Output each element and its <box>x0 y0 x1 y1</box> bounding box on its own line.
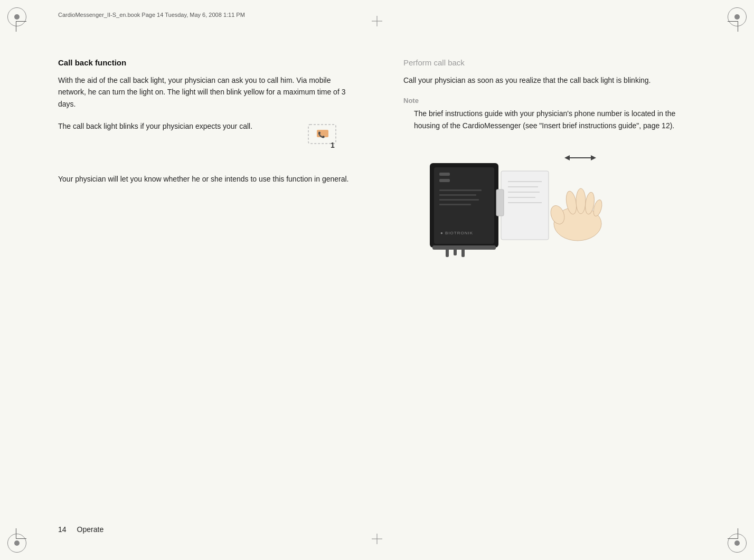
left-column: Call back function With the aid of the c… <box>58 58 361 502</box>
corner-mark-br <box>722 528 738 544</box>
svg-rect-10 <box>439 179 450 182</box>
svg-rect-11 <box>439 189 482 191</box>
left-paragraph2: Your physician will let you know whether… <box>58 173 351 185</box>
footer: 14 Operate <box>58 525 696 534</box>
svg-text:1: 1 <box>331 141 335 149</box>
left-paragraph1: With the aid of the call back light, you… <box>58 74 351 110</box>
note-text: The brief instructions guide with your p… <box>414 108 696 131</box>
callback-blink-text: The call back light blinks if your physi… <box>58 120 282 132</box>
right-title: Perform call back <box>403 58 696 67</box>
footer-label: Operate <box>77 525 104 534</box>
corner-mark-tl <box>16 16 32 32</box>
svg-rect-13 <box>439 199 479 201</box>
bottom-center-mark <box>372 534 382 544</box>
device-svg-large: ● BIOTRONIK <box>403 142 625 258</box>
main-content: Call back function With the aid of the c… <box>58 58 696 502</box>
svg-marker-5 <box>591 155 596 160</box>
right-column: Perform call back Call your physician as… <box>393 58 696 502</box>
svg-rect-12 <box>439 194 476 196</box>
right-paragraph1: Call your physician as soon as you reali… <box>403 74 696 86</box>
hand-illustration <box>549 188 604 241</box>
svg-marker-6 <box>564 155 570 160</box>
svg-point-30 <box>576 188 586 214</box>
page: CardioMessenger_II-S_en.book Page 14 Tue… <box>0 0 754 560</box>
svg-rect-9 <box>439 173 450 176</box>
svg-rect-19 <box>432 245 496 250</box>
svg-text:● BIOTRONIK: ● BIOTRONIK <box>440 231 473 235</box>
corner-mark-tr <box>722 16 738 32</box>
page-number: 14 <box>58 525 67 534</box>
callback-row: The call back light blinks if your physi… <box>58 120 351 163</box>
header-info: CardioMessenger_II-S_en.book Page 14 Tue… <box>58 12 245 18</box>
top-center-mark <box>372 16 382 26</box>
note-label: Note <box>403 97 696 105</box>
device-illustration-small: 📞 1 <box>293 120 351 163</box>
svg-rect-26 <box>496 189 504 216</box>
svg-text:📞: 📞 <box>318 131 325 138</box>
svg-rect-14 <box>439 204 471 205</box>
device-illustration-large: ● BIOTRONIK <box>403 142 625 258</box>
device-svg-small: 📞 1 <box>293 120 351 163</box>
left-title: Call back function <box>58 58 351 67</box>
corner-mark-bl <box>16 528 32 544</box>
